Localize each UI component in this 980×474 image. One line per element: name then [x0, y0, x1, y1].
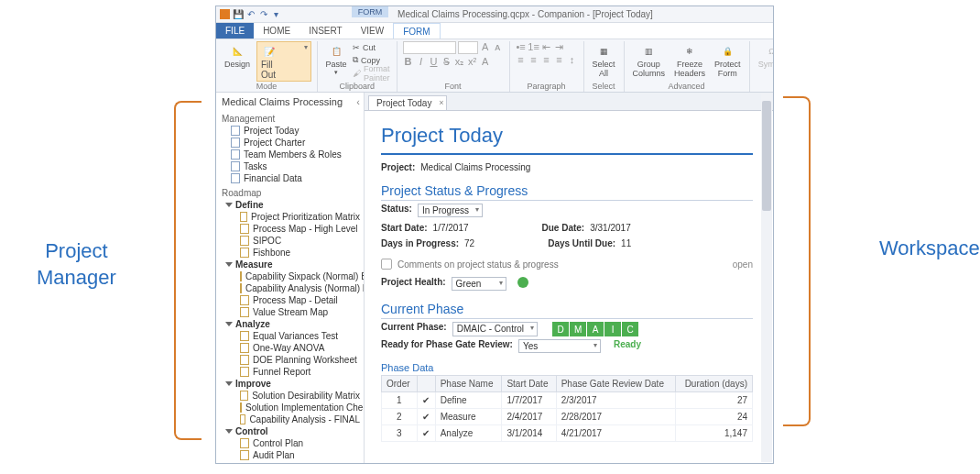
grow-font-icon[interactable]: A — [480, 41, 491, 52]
cut-button[interactable]: ✂Cut — [353, 41, 391, 53]
tab-view[interactable]: VIEW — [352, 23, 394, 39]
sidebar-subitem[interactable]: Project Prioritization Matrix — [222, 211, 360, 223]
undo-icon[interactable]: ↶ — [245, 9, 256, 19]
fillout-button[interactable]: 📝Fill Out — [256, 41, 311, 82]
comments-expand-link[interactable]: open — [733, 259, 753, 270]
bold-icon[interactable]: B — [403, 56, 414, 67]
close-tab-icon[interactable]: × — [439, 98, 443, 107]
font-size-select[interactable] — [458, 41, 478, 54]
sidebar-subitem[interactable]: Capability Analysis - FINAL — [222, 413, 360, 425]
redo-icon[interactable]: ↷ — [258, 9, 268, 19]
sidebar-subitem[interactable]: DOE Planning Worksheet — [222, 354, 360, 366]
selectall-button[interactable]: ▦Select All — [590, 41, 618, 80]
sidebar-subitem[interactable]: One-Way ANOVA — [222, 342, 360, 354]
paste-button[interactable]: 📋Paste▾ — [323, 41, 349, 78]
sidebar-group[interactable]: Define — [222, 199, 360, 211]
font-color-icon[interactable]: A — [480, 56, 491, 67]
sidebar-subitem[interactable]: Solution Desirability Matrix — [222, 390, 360, 402]
sidebar-subitem[interactable]: Capability Sixpack (Normal) Baseline — [222, 270, 360, 282]
document-icon — [240, 355, 249, 365]
app-icon — [220, 9, 230, 19]
sidebar-subitem[interactable]: Control Plan — [222, 437, 360, 449]
ready-review-select[interactable]: Yes — [518, 339, 601, 353]
page-title: Project Today — [381, 124, 753, 148]
table-row[interactable]: 2✔Measure2/4/20172/28/201724 — [382, 409, 753, 425]
status-label: Status: — [381, 204, 412, 217]
current-phase-label: Current Phase: — [381, 322, 447, 336]
tab-insert[interactable]: INSERT — [299, 23, 352, 39]
justify-icon[interactable]: ≡ — [554, 54, 565, 65]
superscript-icon[interactable]: x² — [467, 56, 478, 67]
qat-dropdown-icon[interactable]: ▾ — [271, 9, 281, 19]
save-icon[interactable]: 💾 — [233, 9, 243, 19]
sidebar-group[interactable]: Analyze — [222, 318, 360, 330]
project-health-select[interactable]: Green — [452, 277, 506, 291]
document-icon — [240, 212, 247, 222]
collapse-sidebar-icon[interactable]: ‹ — [356, 96, 360, 107]
font-name-select[interactable] — [403, 41, 456, 54]
comment-icon[interactable] — [381, 259, 392, 270]
tab-file[interactable]: FILE — [216, 23, 254, 39]
sidebar-item[interactable]: Project Today — [222, 125, 360, 137]
ribbon-group-advanced: ▥Group Columns ❄Freeze Headers 🔒Protect … — [625, 41, 750, 92]
shrink-font-icon[interactable]: ᴀ — [493, 41, 504, 52]
days-until-due-value: 11 — [621, 238, 631, 248]
status-select[interactable]: In Progress — [418, 204, 483, 217]
phase-data-heading: Phase Data — [381, 362, 753, 373]
current-phase-select[interactable]: DMAIC - Control — [452, 322, 538, 336]
underline-icon[interactable]: U — [429, 56, 440, 67]
sidebar-item[interactable]: Financial Data — [222, 172, 360, 184]
align-left-icon[interactable]: ≡ — [516, 54, 527, 65]
strike-icon[interactable]: S̶ — [441, 56, 452, 67]
sidebar-subitem[interactable]: Equal Variances Test — [222, 330, 360, 342]
expand-icon — [225, 262, 233, 267]
numbering-icon[interactable]: 1≡ — [528, 41, 539, 52]
symbol-button[interactable]: ΩSymbol — [756, 41, 774, 71]
subscript-icon[interactable]: x₂ — [454, 56, 465, 67]
sidebar-subitem[interactable]: Fishbone — [222, 247, 360, 259]
document-icon — [240, 343, 249, 353]
check-icon: ✔ — [417, 425, 435, 442]
group-columns-button[interactable]: ▥Group Columns — [630, 41, 669, 80]
ribbon-tabs: FILE HOME INSERT VIEW FORM — [216, 23, 773, 39]
col-name: Phase Name — [435, 376, 502, 392]
sidebar-subitem[interactable]: Solution Implementation Checklist — [222, 402, 360, 413]
sidebar-item[interactable]: Team Members & Roles — [222, 149, 360, 160]
document-tab-project-today[interactable]: Project Today × — [368, 95, 447, 110]
sidebar-group[interactable]: Improve — [222, 378, 360, 390]
protect-form-button[interactable]: 🔒Protect Form — [712, 41, 744, 80]
ribbon-group-font: Aᴀ B I U S̶ x₂ x² A Font — [397, 41, 510, 92]
sidebar-item[interactable]: Project Charter — [222, 137, 360, 149]
scrollbar-thumb[interactable] — [762, 101, 771, 211]
outdent-icon[interactable]: ⇤ — [541, 41, 552, 52]
tab-form[interactable]: FORM — [393, 23, 440, 39]
bullets-icon[interactable]: •≡ — [516, 41, 527, 52]
vertical-scrollbar[interactable] — [761, 94, 772, 462]
sidebar-subitem[interactable]: Value Stream Map — [222, 306, 360, 318]
sidebar-subitem[interactable]: Funnel Report — [222, 366, 360, 378]
sidebar-subitem[interactable]: SIPOC — [222, 235, 360, 247]
sidebar-subitem[interactable]: Audit Plan — [222, 449, 360, 461]
sidebar-subitem[interactable]: Process Map - High Level — [222, 223, 360, 235]
align-right-icon[interactable]: ≡ — [541, 54, 552, 65]
tab-home[interactable]: HOME — [254, 23, 299, 39]
sidebar-subitem[interactable]: Process Map - Detail — [222, 294, 360, 306]
line-spacing-icon[interactable]: ↕ — [567, 54, 578, 65]
format-painter-button[interactable]: 🖌Format Painter — [353, 67, 391, 79]
sidebar-subitem[interactable]: Capability Analysis (Normal) Baseline — [222, 282, 360, 294]
document-icon — [240, 283, 242, 293]
sidebar-group[interactable]: Measure — [222, 259, 360, 270]
align-center-icon[interactable]: ≡ — [528, 54, 539, 65]
document-icon — [231, 149, 240, 160]
days-in-progress-value: 72 — [464, 238, 474, 248]
quick-access-toolbar: 💾 ↶ ↷ ▾ — [220, 9, 281, 19]
design-button[interactable]: 📐Design — [222, 41, 253, 71]
form-body[interactable]: Project Today Project:Medical Claims Pro… — [365, 111, 773, 463]
freeze-headers-button[interactable]: ❄Freeze Headers — [671, 41, 708, 80]
italic-icon[interactable]: I — [416, 56, 427, 67]
table-row[interactable]: 3✔Analyze3/1/20144/21/20171,147 — [382, 425, 753, 442]
indent-icon[interactable]: ⇥ — [554, 41, 565, 52]
table-row[interactable]: 1✔Define1/7/20172/3/201727 — [382, 392, 753, 409]
sidebar-group[interactable]: Control — [222, 425, 360, 437]
sidebar-item[interactable]: Tasks — [222, 160, 360, 172]
